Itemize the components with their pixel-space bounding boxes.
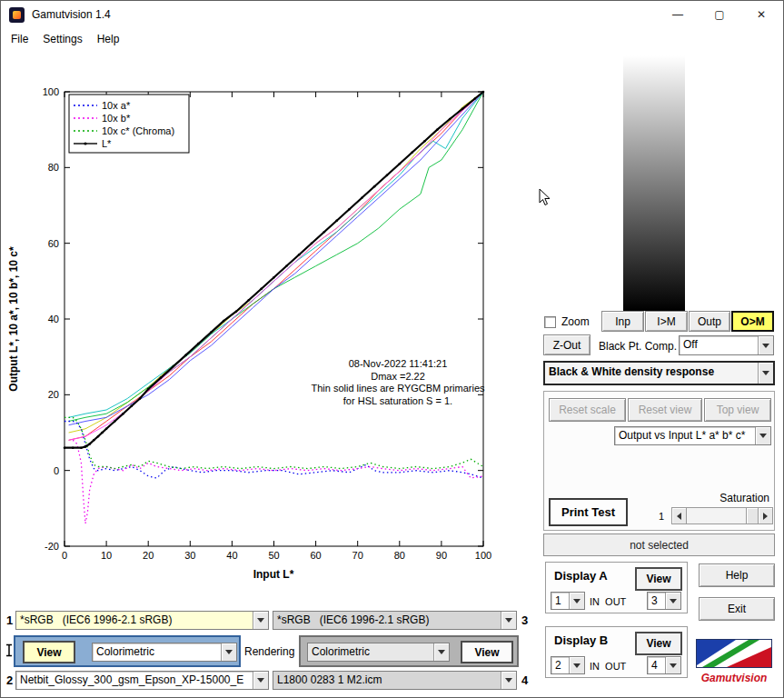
print-test-button[interactable]: Print Test bbox=[549, 498, 628, 526]
reset-scale-button[interactable]: Reset scale bbox=[549, 398, 626, 422]
combo-arrow-button[interactable] bbox=[433, 643, 449, 661]
density-gradient-bar bbox=[623, 55, 685, 311]
right-intent-value: Colorimetric bbox=[308, 643, 433, 661]
scroll-left-button[interactable] bbox=[672, 508, 687, 524]
chevron-down-icon bbox=[257, 678, 264, 683]
input-profile-3-dropdown[interactable]: *sRGB (IEC6 1996-2.1 sRGB) bbox=[273, 611, 517, 630]
maximize-button[interactable]: ▢ bbox=[699, 1, 740, 28]
combo-arrow-button[interactable] bbox=[221, 643, 236, 661]
svg-text:80: 80 bbox=[48, 162, 59, 173]
left-view-button[interactable]: View bbox=[23, 641, 75, 663]
svg-text:L*: L* bbox=[102, 138, 112, 149]
saturation-scrollbar[interactable] bbox=[671, 507, 773, 524]
rendering-label: Rendering bbox=[244, 645, 294, 658]
display-b-in-dropdown[interactable]: 2 bbox=[551, 656, 585, 674]
svg-text:60: 60 bbox=[48, 238, 59, 249]
scrollbar-track[interactable] bbox=[687, 508, 758, 524]
combo-arrow-button[interactable] bbox=[253, 612, 268, 629]
chevron-down-icon bbox=[759, 434, 767, 438]
input-to-monitor-button[interactable]: I>M bbox=[645, 311, 688, 332]
menu-help[interactable]: Help bbox=[90, 30, 127, 48]
help-button[interactable]: Help bbox=[699, 563, 775, 587]
svg-text:10x c* (Chroma): 10x c* (Chroma) bbox=[102, 125, 174, 136]
minimize-button[interactable]: — bbox=[657, 1, 699, 28]
combo-arrow-button[interactable] bbox=[501, 672, 516, 689]
zoom-checkbox[interactable] bbox=[544, 316, 556, 328]
inp-button[interactable]: Inp bbox=[601, 311, 644, 332]
chevron-down-icon bbox=[573, 599, 581, 603]
display-b-in-out-label: IN OUT bbox=[590, 661, 626, 672]
display-b-out-dropdown[interactable]: 4 bbox=[647, 656, 681, 674]
z-out-button[interactable]: Z-Out bbox=[543, 334, 590, 355]
svg-text:Thin solid lines are RYGCBM pr: Thin solid lines are RYGCBM primaries bbox=[311, 383, 485, 394]
svg-text:90: 90 bbox=[436, 550, 447, 561]
scroll-right-button[interactable] bbox=[758, 508, 772, 524]
display-a-out-dropdown[interactable]: 3 bbox=[647, 592, 681, 610]
i-beam-cursor-icon bbox=[5, 643, 14, 657]
slot-2-number: 2 bbox=[6, 673, 13, 687]
svg-text:0: 0 bbox=[54, 465, 59, 476]
combo-arrow-button[interactable] bbox=[253, 672, 268, 689]
svg-text:Dmax =2.22: Dmax =2.22 bbox=[371, 371, 425, 382]
combo-arrow-button[interactable] bbox=[569, 593, 584, 609]
slot-4-number: 4 bbox=[521, 673, 528, 687]
menu-file[interactable]: File bbox=[4, 30, 35, 48]
chevron-down-icon bbox=[670, 599, 677, 603]
svg-text:10x b*: 10x b* bbox=[102, 113, 131, 124]
menu-settings[interactable]: Settings bbox=[35, 30, 89, 48]
right-intent-dropdown[interactable]: Colorimetric bbox=[307, 643, 450, 662]
mouse-cursor-icon bbox=[539, 188, 551, 206]
saturation-label: Saturation bbox=[694, 492, 769, 504]
reset-view-button[interactable]: Reset view bbox=[628, 398, 702, 422]
chevron-down-icon bbox=[225, 650, 233, 654]
display-a-title: Display A bbox=[554, 569, 608, 583]
svg-text:10x a*: 10x a* bbox=[102, 100, 131, 111]
svg-text:100: 100 bbox=[475, 550, 491, 561]
menu-bar: File Settings Help bbox=[1, 28, 783, 50]
gamutvision-logo-flag bbox=[696, 639, 772, 668]
display-a-view-button[interactable]: View bbox=[635, 567, 682, 591]
combo-arrow-button[interactable] bbox=[665, 593, 680, 609]
display-b-view-button[interactable]: View bbox=[635, 632, 682, 655]
app-window: Gamutvision 1.4 — ▢ ✕ File Settings Help… bbox=[0, 0, 784, 698]
svg-text:10: 10 bbox=[101, 550, 112, 561]
svg-text:for HSL saturation S = 1.: for HSL saturation S = 1. bbox=[343, 395, 452, 406]
display-a-in-dropdown[interactable]: 1 bbox=[551, 592, 585, 610]
chevron-down-icon bbox=[257, 618, 264, 623]
top-view-button[interactable]: Top view bbox=[704, 398, 771, 422]
slot-1-number: 1 bbox=[6, 613, 13, 627]
left-intent-dropdown[interactable]: Colorimetric bbox=[92, 643, 237, 662]
output-to-monitor-button[interactable]: O>M bbox=[731, 311, 774, 332]
exit-button[interactable]: Exit bbox=[699, 597, 775, 621]
plot-type-value: Black & White density response bbox=[545, 363, 758, 384]
left-rendering-box: View Colorimetric bbox=[14, 635, 241, 667]
chevron-down-icon bbox=[762, 371, 769, 375]
combo-arrow-button[interactable] bbox=[569, 657, 584, 673]
combo-arrow-button[interactable] bbox=[758, 336, 773, 354]
output-profile-4-dropdown[interactable]: L1800 0283 1 M2.icm bbox=[273, 671, 517, 690]
output-profile-2-dropdown[interactable]: Netbit_Glossy_300_gsm_Epson_XP-15000_E bbox=[15, 671, 269, 690]
svg-text:20: 20 bbox=[143, 550, 154, 561]
combo-arrow-button[interactable] bbox=[755, 427, 770, 444]
black-pt-comp-value: Off bbox=[680, 336, 758, 354]
selection-status-text: not selected bbox=[630, 539, 689, 552]
triangle-right-icon bbox=[763, 513, 768, 520]
axes-mode-dropdown[interactable]: Output vs Input L* a* b* c* bbox=[614, 426, 771, 445]
combo-arrow-button[interactable] bbox=[501, 612, 516, 629]
scrollbar-thumb[interactable] bbox=[746, 508, 758, 524]
combo-arrow-button[interactable] bbox=[758, 363, 773, 384]
black-pt-comp-dropdown[interactable]: Off bbox=[679, 335, 774, 355]
chevron-down-icon bbox=[573, 663, 581, 668]
display-a-out-value: 3 bbox=[648, 593, 665, 609]
plot-type-dropdown[interactable]: Black & White density response bbox=[543, 361, 775, 385]
triangle-left-icon bbox=[677, 513, 681, 520]
close-button[interactable]: ✕ bbox=[740, 1, 782, 28]
chevron-down-icon bbox=[438, 650, 445, 654]
right-view-button[interactable]: View bbox=[461, 641, 513, 663]
chevron-down-icon bbox=[505, 678, 512, 683]
svg-text:Input L*: Input L* bbox=[253, 568, 294, 581]
input-profile-1-dropdown[interactable]: *sRGB (IEC6 1996-2.1 sRGB) bbox=[15, 611, 269, 630]
svg-text:30: 30 bbox=[184, 550, 195, 561]
outp-button[interactable]: Outp bbox=[689, 311, 730, 332]
combo-arrow-button[interactable] bbox=[665, 657, 680, 673]
